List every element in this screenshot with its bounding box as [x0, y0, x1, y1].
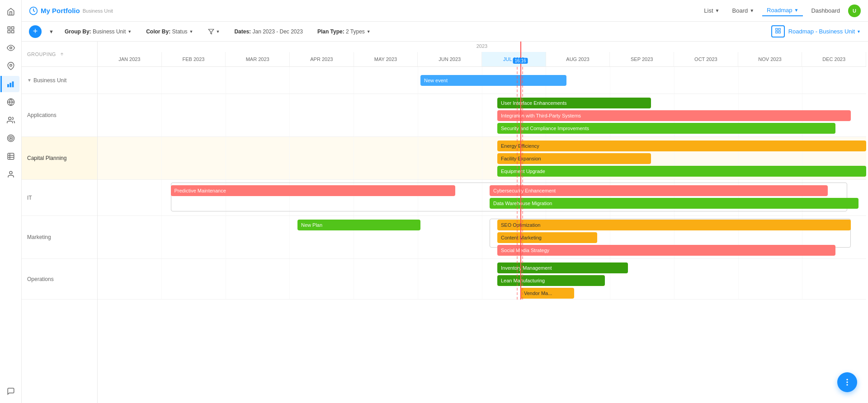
gantt-row-business-unit: New event: [98, 67, 866, 94]
month-sep: SEP 2023: [610, 52, 674, 66]
sidebar-icon-grid[interactable]: [3, 22, 19, 38]
sidebar-icon-home[interactable]: [3, 4, 19, 20]
collapse-icon-business-unit: ▼: [27, 78, 32, 83]
month-apr: APR 2023: [290, 52, 354, 66]
sidebar-icon-map-pin[interactable]: [3, 58, 19, 74]
fab-button[interactable]: [837, 372, 857, 392]
nav-roadmap-button[interactable]: Roadmap ▼: [762, 5, 803, 16]
sidebar-icon-person[interactable]: [3, 166, 19, 183]
bar-security[interactable]: Security and Compliance Improvements: [497, 123, 835, 134]
sidebar-icon-target[interactable]: [3, 130, 19, 146]
user-avatar[interactable]: U: [848, 5, 861, 17]
svg-rect-1: [11, 27, 14, 29]
bar-new-event[interactable]: New event: [420, 75, 566, 86]
filter-icon: [208, 28, 214, 35]
group-row-applications[interactable]: Applications: [22, 94, 97, 137]
roadmap-chevron-icon: ▼: [794, 8, 798, 13]
chart-inner: 2023 JAN 2023 FEB 2023 MAR 2023 APR 2023…: [98, 42, 866, 300]
grouping-panel: GROUPING ▼ Business Unit Applications Ca…: [22, 42, 98, 403]
svg-rect-15: [8, 153, 14, 159]
bar-integration[interactable]: Integration with Third-Party Systems: [497, 110, 851, 121]
toolbar-right: Roadmap - Business Unit ▼: [771, 25, 861, 37]
svg-point-27: [846, 381, 848, 383]
group-row-marketing[interactable]: Marketing: [22, 216, 97, 259]
svg-point-19: [9, 171, 12, 174]
filter-button[interactable]: ▼: [204, 27, 224, 37]
year-label: 2023: [98, 43, 866, 49]
svg-point-28: [846, 379, 848, 380]
group-row-it[interactable]: IT: [22, 180, 97, 216]
roadmap-view-label[interactable]: Roadmap - Business Unit ▼: [788, 28, 861, 35]
svg-rect-2: [8, 31, 10, 33]
bar-equipment[interactable]: Equipment Upgrade: [497, 166, 866, 177]
sidebar-icon-chart-bar[interactable]: [0, 76, 19, 92]
svg-rect-25: [778, 31, 780, 33]
group-row-business-unit[interactable]: ▼ Business Unit: [22, 67, 97, 94]
month-header-row: 2023 JAN 2023 FEB 2023 MAR 2023 APR 2023…: [98, 42, 866, 67]
month-may: MAY 2023: [354, 52, 418, 66]
nav-board-button[interactable]: Board ▼: [728, 5, 759, 16]
bar-facility[interactable]: Facility Expansion: [497, 153, 651, 164]
today-label: 16:16: [513, 58, 528, 64]
bar-content-marketing[interactable]: Content Marketing: [497, 232, 597, 243]
app-logo: My Portfolio Business Unit: [29, 6, 113, 15]
month-nov: NOV 2023: [738, 52, 802, 66]
filter-caret-icon: ▼: [216, 29, 220, 34]
bar-predictive[interactable]: Predictive Maintenance: [171, 185, 455, 196]
sidebar-icon-table[interactable]: [3, 148, 19, 164]
add-button[interactable]: +: [29, 25, 42, 38]
bar-inventory[interactable]: Inventory Management: [497, 262, 628, 273]
bar-new-plan[interactable]: New Plan: [297, 220, 420, 230]
gantt-row-capital: Energy Efficiency Facility Expansion Equ…: [98, 137, 866, 180]
color-by-caret-icon: ▼: [189, 29, 193, 34]
bar-vendor[interactable]: Vendor Ma...: [520, 288, 574, 299]
grid-view-icon: [775, 28, 781, 34]
app-subtitle: Business Unit: [83, 8, 113, 14]
toolbar: + ▼ Group By: Business Unit ▼ Color By: …: [22, 22, 868, 42]
month-dec: DEC 2023: [802, 52, 866, 66]
gantt-row-operations: Inventory Management Lean Manufacturing …: [98, 259, 866, 300]
svg-rect-0: [8, 27, 10, 29]
svg-rect-3: [11, 31, 14, 33]
bar-lean[interactable]: Lean Manufacturing: [497, 275, 605, 286]
list-chevron-icon: ▼: [715, 8, 720, 13]
month-aug: AUG 2023: [546, 52, 610, 66]
svg-rect-22: [775, 28, 777, 30]
nav-right: List ▼ Board ▼ Roadmap ▼ Dashboard U: [699, 5, 861, 17]
gantt-wrapper: GROUPING ▼ Business Unit Applications Ca…: [22, 42, 868, 403]
bar-social-media[interactable]: Social Media Strategy: [497, 245, 835, 256]
bar-seo[interactable]: SEO Optimization: [497, 220, 851, 230]
bar-energy[interactable]: Energy Efficiency: [497, 141, 866, 151]
nav-list-button[interactable]: List ▼: [699, 5, 724, 16]
view-toggle-button[interactable]: [771, 25, 785, 37]
bar-user-interface[interactable]: User Interface Enhancements: [497, 98, 651, 108]
svg-point-29: [846, 384, 848, 385]
group-row-operations[interactable]: Operations: [22, 259, 97, 300]
month-feb: FEB 2023: [162, 52, 226, 66]
fab-icon: [843, 378, 852, 387]
dates-button[interactable]: Dates: Jan 2023 - Dec 2023: [231, 27, 306, 37]
svg-point-14: [10, 138, 11, 139]
roadmap-label-caret-icon: ▼: [857, 29, 861, 34]
nav-dashboard-button[interactable]: Dashboard: [807, 5, 844, 16]
group-row-capital-planning[interactable]: Capital Planning: [22, 137, 97, 180]
sidebar-icon-message[interactable]: [3, 383, 19, 399]
gantt-row-applications: User Interface Enhancements Integration …: [98, 94, 866, 137]
month-jun: JUN 2023: [418, 52, 482, 66]
bar-cybersecurity[interactable]: Cybersecurity Enhancement: [490, 185, 828, 196]
sidebar-icon-eye[interactable]: [3, 40, 19, 56]
sidebar-icon-users[interactable]: [3, 112, 19, 128]
sidebar-icon-globe[interactable]: [3, 94, 19, 110]
plan-type-caret-icon: ▼: [367, 29, 371, 34]
gantt-row-it: Predictive Maintenance Cybersecurity Enh…: [98, 180, 866, 216]
color-by-button[interactable]: Color By: Status ▼: [142, 27, 197, 37]
svg-rect-24: [775, 31, 777, 33]
group-by-button[interactable]: Group By: Business Unit ▼: [61, 27, 135, 37]
svg-rect-7: [9, 83, 11, 87]
app-title: My Portfolio: [41, 7, 80, 14]
sidebar: [0, 0, 22, 403]
plan-type-button[interactable]: Plan Type: 2 Types ▼: [314, 27, 374, 37]
svg-point-4: [9, 47, 12, 49]
bar-data-warehouse[interactable]: Data Warehouse Migration: [490, 198, 859, 209]
month-mar: MAR 2023: [226, 52, 290, 66]
